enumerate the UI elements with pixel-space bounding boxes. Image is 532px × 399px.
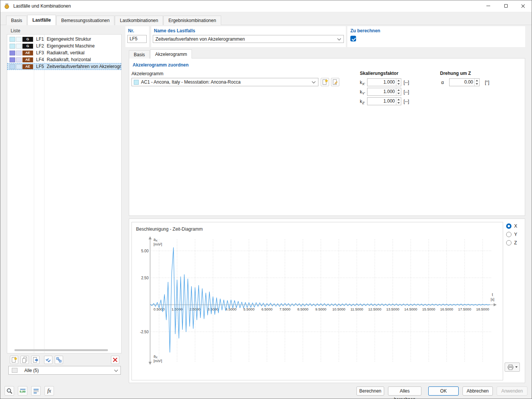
filter-swatch-icon bbox=[12, 368, 17, 373]
svg-text:6.5000: 6.5000 bbox=[261, 307, 272, 311]
svg-text:1.5000: 1.5000 bbox=[171, 307, 182, 311]
svg-text:5.00: 5.00 bbox=[141, 249, 149, 253]
filter-value: Alle (5) bbox=[24, 368, 39, 373]
color-swatch-icon bbox=[16, 64, 22, 69]
kx-value[interactable]: 1.000 bbox=[367, 79, 396, 86]
radio-button-icon bbox=[506, 223, 511, 229]
search-settings-button[interactable] bbox=[5, 386, 14, 396]
list-item-lf3[interactable]: AE LF3 Radiakraft, vertikal bbox=[7, 49, 121, 56]
alles-berechnen-button[interactable]: Alles berechnen bbox=[388, 386, 421, 396]
list-item-lf1[interactable]: G LF1 Eigengewicht Struktur bbox=[7, 36, 121, 43]
formula-button[interactable]: fx bbox=[44, 386, 54, 396]
maximize-button[interactable] bbox=[497, 0, 515, 12]
print-chart-button[interactable] bbox=[505, 363, 520, 372]
radio-axis-y[interactable]: Y bbox=[506, 232, 517, 237]
insert-load-case-button[interactable] bbox=[31, 356, 40, 364]
tab-lastkombinationen[interactable]: Lastkombinationen bbox=[115, 16, 163, 25]
tab-bemessungssituationen[interactable]: Bemessungssituationen bbox=[56, 16, 114, 25]
minimize-button[interactable] bbox=[480, 0, 497, 12]
berechnen-button[interactable]: Berechnen bbox=[356, 386, 384, 396]
color-swatch-icon bbox=[10, 64, 15, 69]
spinner-arrows-icon[interactable] bbox=[396, 88, 401, 95]
alpha-spinner[interactable]: 0.00 bbox=[449, 78, 480, 86]
list-item-lf2[interactable]: G LF2 Eigengewicht Maschine bbox=[7, 43, 121, 49]
radio-axis-x[interactable]: X bbox=[506, 223, 517, 229]
copy-load-case-button[interactable] bbox=[21, 356, 29, 364]
spinner-arrows-icon[interactable] bbox=[474, 79, 479, 86]
chart-plot: 0.50001.50002.50003.50004.50005.50006.50… bbox=[132, 222, 503, 380]
color-swatch-icon bbox=[10, 57, 15, 62]
kz-unit: [--] bbox=[404, 99, 409, 104]
units-settings-button[interactable] bbox=[31, 386, 41, 396]
spinner-arrows-icon[interactable] bbox=[396, 98, 401, 105]
list-column-divider bbox=[44, 35, 44, 353]
decimal-places-button[interactable]: 0,00 bbox=[18, 386, 27, 396]
decimal-places-label: 0,00 bbox=[20, 390, 26, 393]
new-load-case-button[interactable] bbox=[10, 356, 18, 364]
close-button[interactable] bbox=[515, 0, 532, 12]
edit-icon bbox=[332, 79, 339, 86]
calc-checkbox[interactable] bbox=[350, 36, 356, 41]
renumber-icon bbox=[55, 356, 62, 363]
svg-text:11.5000: 11.5000 bbox=[350, 307, 363, 311]
subtab-akzelerogramm[interactable]: Akzelerogramm bbox=[150, 49, 192, 59]
new-accelerogram-button[interactable] bbox=[321, 78, 329, 86]
copy-icon bbox=[21, 356, 28, 363]
accelerogram-combo[interactable]: AC1 - Ancona, Italy - Messstation: Ancon… bbox=[131, 78, 318, 86]
kz-value[interactable]: 1.000 bbox=[367, 98, 396, 105]
nr-field[interactable]: LF5 bbox=[127, 35, 147, 43]
anwenden-button[interactable]: Anwenden bbox=[497, 386, 527, 396]
ok-button[interactable]: OK bbox=[428, 386, 459, 396]
renumber-button[interactable] bbox=[55, 356, 63, 364]
radio-axis-z[interactable]: Z bbox=[506, 240, 517, 245]
kz-spinner[interactable]: 1.000 bbox=[367, 97, 401, 105]
svg-text:aX: aX bbox=[154, 238, 158, 242]
kx-spinner[interactable]: 1.000 bbox=[367, 78, 401, 86]
category-badge: G bbox=[22, 37, 33, 42]
chart-panel: Beschleunigung - Zeit-Diagramm 0.50001.5… bbox=[129, 218, 525, 383]
ky-value[interactable]: 1.000 bbox=[367, 88, 396, 95]
list-item-lf5-selected[interactable]: AE LF5 Zeitverlaufsverfahren von Akzeler… bbox=[7, 63, 121, 70]
spinner-arrows-icon[interactable] bbox=[396, 79, 401, 86]
ky-unit: [--] bbox=[404, 89, 409, 95]
name-combo[interactable]: Zeitverlaufsverfahren von Akzelerogramme… bbox=[153, 35, 344, 43]
svg-text:15.5000: 15.5000 bbox=[422, 307, 435, 311]
svg-text:[m/s²]: [m/s²] bbox=[154, 242, 162, 246]
color-swatch-icon bbox=[10, 51, 15, 55]
load-case-id: LF4 bbox=[36, 57, 44, 62]
acceleration-time-chart: Beschleunigung - Zeit-Diagramm 0.50001.5… bbox=[131, 222, 503, 380]
list-item-lf4[interactable]: AE LF4 Radialkraft, horizontal bbox=[7, 56, 121, 63]
tab-ergebniskombinationen[interactable]: Ergebniskombinationen bbox=[163, 16, 221, 25]
ky-label: kY' bbox=[360, 89, 365, 95]
radio-label: Y bbox=[514, 232, 517, 237]
svg-text:4.5000: 4.5000 bbox=[225, 307, 236, 311]
subtab-basis[interactable]: Basis bbox=[129, 50, 150, 59]
scaling-title: Skalierungsfaktor bbox=[360, 71, 398, 76]
delete-load-case-button[interactable] bbox=[111, 356, 119, 364]
fx-icon: fx bbox=[47, 388, 51, 394]
alpha-value[interactable]: 0.00 bbox=[450, 79, 474, 86]
abbrechen-button[interactable]: Abbrechen bbox=[462, 386, 493, 396]
check-all-button[interactable] bbox=[44, 356, 52, 364]
kx-unit: [--] bbox=[404, 80, 409, 85]
svg-text:2.50: 2.50 bbox=[141, 276, 149, 280]
list-column-divider bbox=[34, 35, 34, 353]
app-icon bbox=[4, 3, 10, 9]
svg-text:t: t bbox=[492, 293, 493, 297]
load-case-name: Eigengewicht Struktur bbox=[47, 36, 91, 42]
svg-text:12.5000: 12.5000 bbox=[368, 307, 381, 311]
edit-accelerogram-button[interactable] bbox=[331, 78, 339, 86]
scrollbar-thumb[interactable] bbox=[14, 349, 108, 351]
section-title: Akzelerogramm zuordnen bbox=[133, 62, 188, 68]
alpha-label: α bbox=[441, 80, 444, 85]
category-badge: AE bbox=[22, 51, 33, 55]
tab-basis[interactable]: Basis bbox=[6, 16, 27, 25]
color-swatch-icon bbox=[16, 57, 22, 62]
sub-tabs: Basis Akzelerogramm bbox=[129, 49, 192, 59]
list-filter-dropdown[interactable]: Alle (5) bbox=[8, 366, 121, 375]
horizontal-scrollbar[interactable] bbox=[9, 349, 120, 351]
ky-spinner[interactable]: 1.000 bbox=[367, 88, 401, 96]
tab-lastfaelle[interactable]: Lastfälle bbox=[27, 15, 56, 25]
color-swatch-icon bbox=[16, 37, 22, 42]
svg-text:-2.50: -2.50 bbox=[140, 330, 149, 334]
